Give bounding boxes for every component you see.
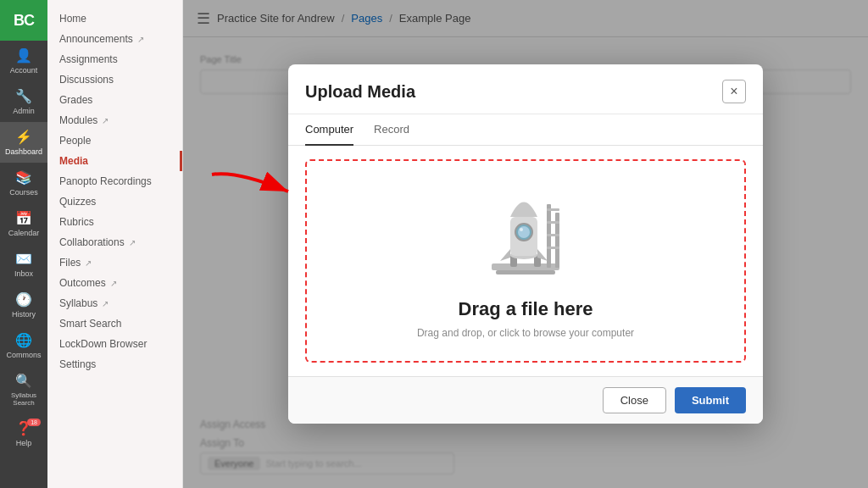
svg-rect-7 xyxy=(547,208,559,211)
nav-calendar[interactable]: 📅 Calendar xyxy=(0,203,47,244)
syllabus-search-icon: 🔍 xyxy=(15,373,32,389)
nav-calendar-label: Calendar xyxy=(8,229,40,237)
nav-account-label: Account xyxy=(10,66,38,75)
nav-help-label: Help xyxy=(16,439,32,447)
sidebar-item-announcements[interactable]: Announcements↗ xyxy=(47,29,182,49)
svg-point-15 xyxy=(520,228,523,231)
modal-body: Drag a file here Drag and drop, or click… xyxy=(288,146,763,376)
calendar-icon: 📅 xyxy=(15,210,32,226)
external-icon: ↗ xyxy=(102,116,108,125)
nav-history[interactable]: 🕐 History xyxy=(0,285,47,325)
nav-syllabus-label: Syllabus Search xyxy=(3,391,44,407)
modal-tabs: Computer Record xyxy=(288,114,763,146)
tab-record[interactable]: Record xyxy=(374,114,409,146)
main-content: ☰ Practice Site for Andrew / Pages / Exa… xyxy=(183,0,868,488)
nav-commons[interactable]: 🌐 Commons xyxy=(0,325,47,366)
external-icon: ↗ xyxy=(137,35,144,44)
external-icon: ↗ xyxy=(102,299,108,308)
sidebar-item-assignments[interactable]: Assignments xyxy=(47,49,182,69)
sidebar-item-quizzes[interactable]: Quizzes xyxy=(47,191,182,212)
external-icon: ↗ xyxy=(110,279,117,288)
sidebar-item-grades[interactable]: Grades xyxy=(47,90,182,110)
svg-rect-10 xyxy=(547,247,559,249)
sidebar-item-home[interactable]: Home xyxy=(47,8,182,29)
sidebar-item-lockdown[interactable]: LockDown Browser xyxy=(47,334,182,354)
nav-history-label: History xyxy=(12,310,36,319)
nav-admin[interactable]: 🔧 Admin xyxy=(0,81,47,122)
svg-point-14 xyxy=(518,226,530,238)
tab-computer[interactable]: Computer xyxy=(305,114,353,146)
nav-account[interactable]: 👤 Account xyxy=(0,41,47,81)
sidebar-item-outcomes[interactable]: Outcomes↗ xyxy=(47,273,182,293)
help-badge: 18 xyxy=(27,419,41,426)
admin-icon: 🔧 xyxy=(15,88,32,104)
sidebar-item-modules[interactable]: Modules↗ xyxy=(47,110,182,130)
sidebar-item-rubrics[interactable]: Rubrics xyxy=(47,212,182,232)
svg-rect-2 xyxy=(496,270,555,274)
nav-rail: BC 👤 Account 🔧 Admin ⚡ Dashboard 📚 Cours… xyxy=(0,0,47,488)
svg-rect-6 xyxy=(555,213,559,268)
nav-courses-label: Courses xyxy=(9,188,38,197)
sidebar-item-people[interactable]: People xyxy=(47,130,182,151)
modal-title: Upload Media xyxy=(305,82,415,102)
rocket-illustration xyxy=(470,183,581,285)
modal-close-button[interactable]: × xyxy=(722,80,746,103)
sidebar-item-collaborations[interactable]: Collaborations↗ xyxy=(47,232,182,252)
sidebar-item-panopto[interactable]: Panopto Recordings xyxy=(47,171,182,191)
sidebar-item-settings[interactable]: Settings xyxy=(47,354,182,374)
sidebar-item-media[interactable]: Media xyxy=(47,151,182,171)
nav-commons-label: Commons xyxy=(6,351,41,359)
nav-inbox[interactable]: ✉️ Inbox xyxy=(0,244,47,285)
external-icon: ↗ xyxy=(85,258,92,268)
brand-logo[interactable]: BC xyxy=(0,0,47,41)
inbox-icon: ✉️ xyxy=(15,251,32,267)
sidebar-item-syllabus[interactable]: Syllabus↗ xyxy=(47,293,182,313)
nav-help[interactable]: ❓ 18 Help xyxy=(0,413,47,454)
dashboard-icon: ⚡ xyxy=(15,129,32,145)
modal-header: Upload Media × xyxy=(288,64,763,114)
sidebar: Home Announcements↗ Assignments Discussi… xyxy=(47,0,183,488)
nav-syllabus-search[interactable]: 🔍 Syllabus Search xyxy=(0,366,47,413)
arrow-annotation xyxy=(203,166,297,217)
upload-media-modal: Upload Media × Computer Record xyxy=(288,64,763,424)
courses-icon: 📚 xyxy=(15,169,32,186)
nav-dashboard-label: Dashboard xyxy=(5,147,42,156)
modal-footer: Close Submit xyxy=(288,376,763,424)
external-icon: ↗ xyxy=(129,238,136,247)
sidebar-item-discussions[interactable]: Discussions xyxy=(47,69,182,90)
svg-rect-9 xyxy=(547,234,559,236)
sidebar-item-smart-search[interactable]: Smart Search xyxy=(47,313,182,334)
nav-dashboard[interactable]: ⚡ Dashboard xyxy=(0,122,47,163)
svg-rect-8 xyxy=(547,221,559,224)
drop-zone-content: Drag a file here Drag and drop, or click… xyxy=(417,183,634,339)
sidebar-item-files[interactable]: Files↗ xyxy=(47,252,182,273)
modal-overlay[interactable]: Upload Media × Computer Record xyxy=(183,0,868,488)
drop-title: Drag a file here xyxy=(459,298,593,320)
nav-admin-label: Admin xyxy=(13,107,35,115)
file-drop-zone[interactable]: Drag a file here Drag and drop, or click… xyxy=(305,159,746,363)
history-icon: 🕐 xyxy=(15,291,32,308)
drop-subtitle: Drag and drop, or click to browse your c… xyxy=(417,327,634,339)
close-button[interactable]: Close xyxy=(603,387,666,413)
commons-icon: 🌐 xyxy=(15,332,32,348)
submit-button[interactable]: Submit xyxy=(675,387,746,413)
nav-courses[interactable]: 📚 Courses xyxy=(0,163,47,203)
account-icon: 👤 xyxy=(15,47,32,64)
nav-inbox-label: Inbox xyxy=(14,269,33,278)
